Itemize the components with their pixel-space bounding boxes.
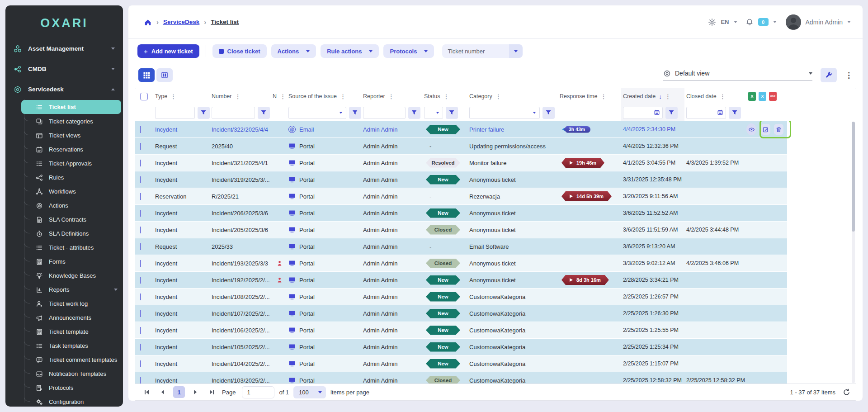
scrollbar-thumb[interactable] xyxy=(852,122,855,232)
view-select[interactable]: Default view xyxy=(663,70,812,81)
sidebar-item-sla-contracts[interactable]: SLA Contracts xyxy=(24,213,118,227)
sidebar-item-reports[interactable]: Reports xyxy=(24,283,118,297)
filter-funnel-button[interactable] xyxy=(258,107,270,119)
table-row[interactable]: IncydentIncident/103/2025/2/...PortalAdm… xyxy=(135,372,787,384)
row-checkbox[interactable] xyxy=(140,310,141,317)
row-checkbox[interactable] xyxy=(140,377,141,384)
kanban-view-button[interactable] xyxy=(156,68,173,82)
table-row[interactable]: ReservationR/2025/21PortalAdmin Admin-Re… xyxy=(135,188,787,205)
table-row[interactable]: IncydentIncident/205/2025/3/6PortalAdmin… xyxy=(135,222,787,238)
filter-input-type[interactable] xyxy=(155,107,195,119)
sidebar-item-protocols[interactable]: Protocols xyxy=(24,381,118,395)
select-all-checkbox[interactable] xyxy=(140,93,148,100)
rule-actions-dropdown-button[interactable]: Rule actions xyxy=(321,44,379,58)
row-checkbox[interactable] xyxy=(140,243,141,250)
add-new-ticket-button[interactable]: + Add new ticket xyxy=(137,44,199,58)
delete-trash-button[interactable] xyxy=(774,124,783,135)
pdf-export-icon[interactable]: PDF xyxy=(769,92,777,101)
filter-select-source[interactable] xyxy=(288,107,346,119)
column-menu-kebab-icon[interactable]: ⋮ xyxy=(720,93,726,100)
sidebar-section-servicedesk[interactable]: Servicedesk xyxy=(11,79,118,99)
previous-page-button[interactable] xyxy=(157,386,169,398)
breadcrumb-servicedesk[interactable]: ServiceDesk xyxy=(163,19,199,25)
table-row[interactable]: IncydentIncident/104/2025/2/...PortalAdm… xyxy=(135,355,787,372)
row-checkbox[interactable] xyxy=(140,143,141,150)
sidebar-item-ticket-views[interactable]: Ticket views xyxy=(24,128,118,142)
table-row[interactable]: Request2025/33PortalAdmin Admin-Email So… xyxy=(135,238,787,255)
table-row[interactable]: IncydentIncident/321/2025/4/1PortalAdmin… xyxy=(135,155,787,171)
next-page-button[interactable] xyxy=(189,386,201,398)
sidebar-item-announcements[interactable]: Announcements xyxy=(24,311,118,325)
excel-light-export-icon[interactable]: X xyxy=(759,92,766,101)
calendar-icon[interactable] xyxy=(654,109,660,116)
sidebar-section-asset-management[interactable]: Asset Management xyxy=(11,38,118,59)
first-page-button[interactable] xyxy=(141,386,152,398)
ticket-number-select[interactable]: Ticket number xyxy=(442,44,523,58)
sidebar-item-notification-templates[interactable]: Notification Templates xyxy=(24,367,118,381)
filter-funnel-button[interactable] xyxy=(446,107,458,119)
current-page-button[interactable]: 1 xyxy=(173,386,185,398)
vertical-scrollbar[interactable] xyxy=(852,122,855,383)
table-row[interactable]: IncydentIncident/108/2025/2/...PortalAdm… xyxy=(135,289,787,305)
row-checkbox[interactable] xyxy=(140,327,141,334)
table-row[interactable]: IncydentIncident/193/2025/3/3PortalAdmin… xyxy=(135,255,787,272)
filter-input-number[interactable] xyxy=(212,107,255,119)
sidebar-item-rules[interactable]: Rules xyxy=(24,170,118,185)
bell-icon[interactable] xyxy=(745,18,754,26)
view-settings-wrench-button[interactable] xyxy=(821,68,837,82)
sidebar-item-reservations[interactable]: Reservations xyxy=(24,142,118,156)
filter-funnel-button[interactable] xyxy=(349,107,361,119)
column-menu-kebab-icon[interactable]: ⋮ xyxy=(600,93,606,100)
more-options-kebab-icon[interactable]: ⋮ xyxy=(845,71,853,80)
sidebar-item-ticket-approvals[interactable]: Ticket Approvals xyxy=(24,156,118,170)
column-menu-kebab-icon[interactable]: ⋮ xyxy=(495,93,501,100)
sidebar-item-knowledge-bases[interactable]: Knowledge Bases xyxy=(24,269,118,283)
sidebar-item-task-templates[interactable]: Task templates xyxy=(24,339,118,353)
filter-funnel-button[interactable] xyxy=(542,107,555,119)
filter-select-category[interactable] xyxy=(469,107,540,119)
column-menu-kebab-icon[interactable]: ⋮ xyxy=(235,93,241,100)
column-menu-kebab-icon[interactable]: ⋮ xyxy=(443,93,449,100)
table-row[interactable]: IncydentIncident/107/2025/2/...PortalAdm… xyxy=(135,305,787,322)
filter-select-status[interactable] xyxy=(424,107,443,119)
table-row[interactable]: IncydentIncident/206/2025/3/6PortalAdmin… xyxy=(135,205,787,222)
actions-dropdown-button[interactable]: Actions xyxy=(271,44,316,58)
column-menu-kebab-icon[interactable]: ⋮ xyxy=(170,93,176,100)
grid-view-button[interactable] xyxy=(138,68,155,82)
row-checkbox[interactable] xyxy=(140,210,141,217)
filter-funnel-button[interactable] xyxy=(665,107,678,119)
column-menu-kebab-icon[interactable]: ⋮ xyxy=(280,93,286,100)
refresh-icon[interactable] xyxy=(843,388,850,396)
filter-funnel-button[interactable] xyxy=(198,107,210,119)
sidebar-section-cmdb[interactable]: CMDB xyxy=(11,59,118,79)
calendar-icon[interactable] xyxy=(717,109,723,116)
table-row[interactable]: IncydentIncident/319/2025/3/...PortalAdm… xyxy=(135,171,787,188)
excel-export-icon[interactable]: X xyxy=(748,92,756,101)
page-number-input[interactable] xyxy=(242,386,274,398)
column-menu-kebab-icon[interactable]: ⋮ xyxy=(665,93,671,100)
sidebar-item-ticket-categories[interactable]: Ticket categories xyxy=(24,114,118,128)
preview-eye-button[interactable] xyxy=(746,123,756,135)
row-checkbox[interactable] xyxy=(140,360,141,367)
table-row[interactable]: IncydentIncident/322/2025/4/4@EmailAdmin… xyxy=(135,121,787,138)
sidebar-item-configuration[interactable]: Configuration xyxy=(24,395,118,407)
sidebar-item-ticket-comment-templates[interactable]: Ticket comment templates xyxy=(24,353,118,367)
row-checkbox[interactable] xyxy=(140,176,141,183)
row-checkbox[interactable] xyxy=(140,160,141,166)
row-checkbox[interactable] xyxy=(140,126,141,133)
filter-funnel-button[interactable] xyxy=(408,107,420,119)
gear-icon[interactable] xyxy=(708,18,716,26)
row-checkbox[interactable] xyxy=(140,193,141,200)
column-menu-kebab-icon[interactable]: ⋮ xyxy=(388,93,394,100)
avatar[interactable] xyxy=(786,14,801,30)
sidebar-item-sla-definitions[interactable]: SLA Definitions xyxy=(24,227,118,241)
items-per-page-select[interactable]: 100 xyxy=(293,386,326,398)
edit-pencil-button[interactable] xyxy=(761,124,770,135)
table-row[interactable]: IncydentIncident/105/2025/2/...PortalAdm… xyxy=(135,339,787,355)
language-selector[interactable]: EN xyxy=(721,19,729,25)
table-row[interactable]: Request2025/40PortalAdmin Admin-Updating… xyxy=(135,138,787,155)
close-ticket-button[interactable]: Close ticket xyxy=(212,44,267,58)
last-page-button[interactable] xyxy=(206,386,217,398)
sidebar-item-ticket-list[interactable]: Ticket list xyxy=(21,100,121,114)
filter-funnel-button[interactable] xyxy=(729,107,741,119)
